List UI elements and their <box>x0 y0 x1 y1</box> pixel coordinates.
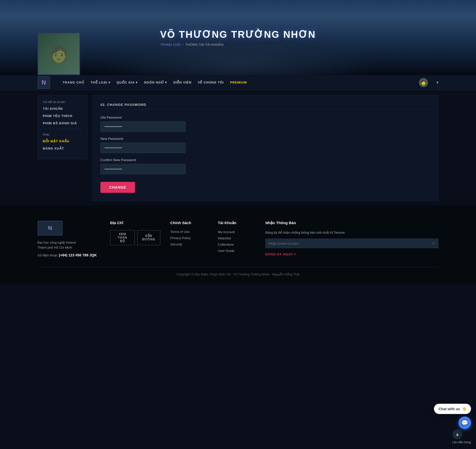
footer-address-buttons: XEM TOÀN BỘ DẪN ĐƯỜNG <box>110 230 160 245</box>
footer-btn-dan-duong[interactable]: DẪN ĐƯỜNG <box>137 230 160 245</box>
sidebar-item-dang-xuat[interactable]: ĐĂNG XUẤT <box>43 147 82 150</box>
footer-link-privacy[interactable]: Privacy Policy <box>170 236 208 240</box>
confirm-password-label: Confirm New Password <box>100 158 431 162</box>
page-title: VÕ THƯƠNG TRƯỜNG NHƠN <box>160 29 316 40</box>
old-password-label: Old Password <box>100 116 431 119</box>
footer-account-col: Tài Khoản My Account Watchlist Collectio… <box>218 221 255 257</box>
nav-ve-chung-toi[interactable]: VỀ CHÚNG TÔI <box>198 81 224 84</box>
footer-company-line2: Thành phố Hồ Chí Minh <box>38 246 100 249</box>
sidebar-item-doi-mat-khau[interactable]: ĐỔI MẬT KHẨU <box>43 139 82 143</box>
hero-section: 🧑 VÕ THƯƠNG TRƯỜNG NHƠN TRANG CHỦ › THÔN… <box>0 0 476 75</box>
footer-newsletter-desc: Đăng ký để nhận những thông báo mới nhất… <box>265 230 438 235</box>
new-password-input[interactable] <box>100 143 186 153</box>
sidebar-item-tai-khoan[interactable]: TÀI KHOẢN <box>43 107 82 111</box>
breadcrumb: TRANG CHỦ › THÔNG TIN TÀI KHOẢN <box>160 43 316 47</box>
nav-avatar-chevron: ▾ <box>436 80 438 85</box>
confirm-password-input[interactable] <box>100 164 186 174</box>
user-avatar-nav[interactable]: 🧑 <box>419 78 428 87</box>
footer-link-terms[interactable]: Terms of Use <box>170 230 208 234</box>
nav-the-loai[interactable]: THỂ LOẠI ▾ <box>91 81 110 84</box>
footer-divider <box>38 267 438 267</box>
footer-account-title: Tài Khoản <box>218 221 255 225</box>
footer-email-wrapper: ✉ <box>265 239 438 248</box>
footer-subscribe-button[interactable]: ĐĂNG KÝ NGAY > <box>265 252 296 256</box>
footer-link-user-guide[interactable]: User Guide <box>218 249 255 253</box>
chevron-down-icon: ▾ <box>136 81 138 84</box>
old-password-group: Old Password <box>100 116 431 132</box>
sidebar-item-phim-yeu-thich[interactable]: PHIM YÊU THÍCH <box>43 114 82 118</box>
change-button[interactable]: CHANGE <box>100 182 135 193</box>
nav-premium[interactable]: PREMIUM <box>230 81 247 84</box>
footer-address-col: Địa Chỉ XEM TOÀN BỘ DẪN ĐƯỜNG <box>110 221 160 257</box>
footer-address-title: Địa Chỉ <box>110 221 160 225</box>
nav-links: TRANG CHỦ THỂ LOẠI ▾ QUỐC GIA ▾ NGÔN NGỮ… <box>63 81 411 84</box>
chevron-down-icon: ▾ <box>108 81 110 84</box>
hero-content: VÕ THƯƠNG TRƯỜNG NHƠN TRANG CHỦ › THÔNG … <box>160 29 316 47</box>
footer-link-watchlist[interactable]: Watchlist <box>218 236 255 240</box>
nav-quoc-gia[interactable]: QUỐC GIA ▾ <box>117 81 138 84</box>
footer-link-security[interactable]: Security <box>170 242 208 246</box>
sidebar-other-label: Khác <box>43 133 82 136</box>
confirm-password-group: Confirm New Password <box>100 158 431 174</box>
breadcrumb-separator: › <box>182 43 184 46</box>
new-password-label: New Password <box>100 137 431 141</box>
footer-copyright: Copyright © Dev team: Phạm Đức Tài - Võ … <box>38 272 438 276</box>
new-password-group: New Password <box>100 137 431 153</box>
footer-phone-number: (+84) 123 456 789 JQK <box>59 253 97 257</box>
footer-phone: Số điện thoại: (+84) 123 456 789 JQK <box>38 253 100 257</box>
old-password-input[interactable] <box>100 121 186 132</box>
main-content: 02. CHANGE PASSWORD Old Password New Pas… <box>93 95 438 201</box>
sidebar-item-phim-danh-gia[interactable]: PHIM ĐÃ ĐÁNH GIÁ <box>43 121 82 125</box>
footer-email-input[interactable] <box>266 239 429 248</box>
breadcrumb-home[interactable]: TRANG CHỦ <box>160 43 180 47</box>
footer-policy-col: Chính Sách Terms of Use Privacy Policy S… <box>170 221 208 257</box>
footer-policy-title: Chính Sách <box>170 221 208 225</box>
nav-trang-chu[interactable]: TRANG CHỦ <box>63 81 84 84</box>
footer-company-line1: Đại học công nghệ Hutech <box>38 241 100 244</box>
sidebar-detail-label: Chi tiết tài khoản <box>43 100 82 104</box>
footer-link-my-account[interactable]: My Account <box>218 230 255 234</box>
footer-link-collections[interactable]: Collections <box>218 243 255 246</box>
footer-btn-xem[interactable]: XEM TOÀN BỘ <box>110 230 135 245</box>
nav-dien-vien[interactable]: DIỄN VIÊN <box>173 81 191 84</box>
footer-logo[interactable]: N <box>38 221 63 236</box>
footer-grid: N Đại học công nghệ Hutech Thành phố Hồ … <box>38 221 438 257</box>
nav-ngon-ngu[interactable]: NGÔN NGỮ ▾ <box>144 81 167 84</box>
footer-phone-label: Số điện thoại: <box>38 253 58 257</box>
email-icon: ✉ <box>429 239 438 248</box>
sidebar-divider <box>43 129 82 129</box>
footer-brand-col: N Đại học công nghệ Hutech Thành phố Hồ … <box>38 221 100 257</box>
section-title: 02. CHANGE PASSWORD <box>100 103 431 109</box>
navbar: N TRANG CHỦ THỂ LOẠI ▾ QUỐC GIA ▾ NGÔN N… <box>0 75 476 90</box>
footer-newsletter-title: Nhận Thông Báo <box>265 221 438 225</box>
breadcrumb-current: THÔNG TIN TÀI KHOẢN <box>186 43 224 47</box>
footer: N Đại học công nghệ Hutech Thành phố Hồ … <box>0 206 476 284</box>
main-layout: Chi tiết tài khoản TÀI KHOẢN PHIM YÊU TH… <box>0 90 476 206</box>
sidebar: Chi tiết tài khoản TÀI KHOẢN PHIM YÊU TH… <box>38 95 88 159</box>
footer-newsletter-col: Nhận Thông Báo Đăng ký để nhận những thô… <box>265 221 438 257</box>
nav-logo[interactable]: N <box>38 76 50 89</box>
chevron-down-icon: ▾ <box>165 81 167 84</box>
